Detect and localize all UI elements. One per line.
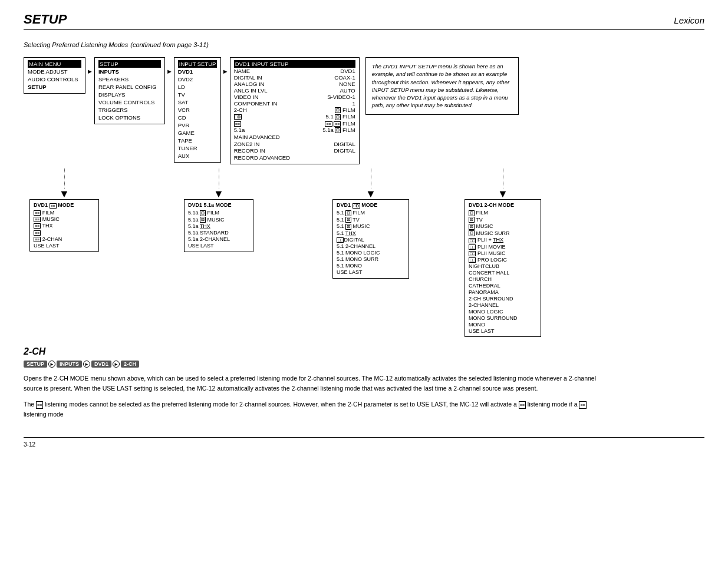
input-setup-dvd2: DVD2	[178, 75, 217, 83]
2ch-music: ⊡ MUSIC	[469, 223, 537, 230]
menu-diagram: MAIN MENU MODE ADJUST AUDIO CONTROLS SET…	[24, 57, 704, 337]
dvd1-row-main-adv: MAIN ADVANCED	[234, 133, 355, 141]
altess-music: ≡≡ MUSIC	[34, 216, 95, 223]
page-number: 3-12	[24, 441, 35, 448]
51a-uselast: USE LAST	[188, 243, 249, 249]
page-container: SETUP Lexicon Selecting Preferred Listen…	[24, 12, 704, 448]
dvd1-row-analog: ANALOG INNONE	[234, 81, 355, 87]
altess-mode-wrap: ▼ DVD1 ≡≡ MODE ≡≡ FILM ≡≡ MUSIC ≡≡ THX ≡…	[29, 168, 99, 337]
2ch-surround: 2-CH SURROUND	[469, 295, 537, 302]
2ch-concert: CONCERT HALL	[469, 269, 537, 276]
altess-uselast: USE LAST	[34, 242, 95, 249]
page-header: SETUP Lexicon	[24, 12, 704, 30]
input-setup-dvd1: DVD1	[178, 68, 217, 75]
setup-menu-rpc: REAR PANEL CONFIG	[98, 83, 161, 91]
dvd1-setup-title: DVD1 INPUT SETUP	[234, 60, 355, 68]
down-arrow-3: ▼	[365, 189, 376, 199]
page-footer: 3-12	[24, 437, 704, 448]
2ch-monosurr: MONO SURROUND	[469, 315, 537, 321]
altess-plain: ≡≡	[34, 229, 95, 236]
2ch-cathedral: CATHEDRAL	[469, 282, 537, 289]
2ch-church: CHURCH	[469, 276, 537, 282]
51a-2channel: 5.1a 2-CHANNEL	[188, 236, 249, 243]
input-setup-cd: CD	[178, 114, 217, 121]
input-setup-box: INPUT SETUP DVD1 DVD2 LD TV SAT VCR CD P…	[174, 57, 221, 163]
2ch-mono: MONO	[469, 321, 537, 328]
dts-2chan: 5.1 2-CHANNEL	[337, 243, 405, 250]
2ch-mode-wrap: ▼ DVD1 2-CH MODE ⊡ FILM ⊡ TV ⊡ MUSIC ⊡ M…	[465, 168, 541, 337]
dvd1-row-anlg: ANLG IN LVLAUTO	[234, 87, 355, 94]
dts-mode-box: DVD1 □D MODE 5.1 ⊡ FILM 5.1 ⊡ TV 5.1 ⊡ M…	[332, 199, 409, 278]
down-arrow-1: ▼	[59, 189, 70, 199]
dts-monosurr: 5.1 MONO SURR	[337, 256, 405, 263]
2ch-plii-thx: □□ PLII + THX	[469, 237, 537, 243]
altess-mode-box: DVD1 ≡≡ MODE ≡≡ FILM ≡≡ MUSIC ≡≡ THX ≡≡ …	[29, 199, 99, 252]
main-menu-item-mode: MODE ADJUST	[28, 68, 81, 75]
dvd1-row-component: COMPONENT IN1	[234, 100, 355, 107]
dvd1-row-record: RECORD INDIGITAL	[234, 147, 355, 154]
down-arrow-2: ▼	[213, 189, 224, 199]
altess-thx: ≡≡ THX	[34, 223, 95, 229]
arrow-3: ►	[221, 68, 230, 75]
2ch-pro-logic: □□ PRO LOGIC	[469, 256, 537, 263]
dts-mode-wrap: ▼ DVD1 □D MODE 5.1 ⊡ FILM 5.1 ⊡ TV 5.1 ⊡…	[332, 168, 409, 337]
nav-2ch: 2-CH	[121, 361, 139, 368]
51a-music: 5.1a ⊡ MUSIC	[188, 216, 249, 223]
vert-line-3	[371, 168, 371, 189]
2ch-plii-music: □□ PLII MUSIC	[469, 250, 537, 256]
input-setup-tape: TAPE	[178, 137, 217, 144]
setup-menu-col: SETUP INPUTS SPEAKERS REAR PANEL CONFIG …	[94, 57, 165, 124]
nav-setup: SETUP	[24, 361, 47, 368]
setup-menu-box: SETUP INPUTS SPEAKERS REAR PANEL CONFIG …	[94, 57, 165, 124]
input-setup-pvr: PVR	[178, 121, 217, 129]
51a-standard: 5.1a STANDARD	[188, 230, 249, 236]
nav-inputs: INPUTS	[57, 361, 82, 368]
dvd1-row-dts: □D5.1 ⊡ FILM	[234, 113, 355, 120]
2ch-mode-box: DVD1 2-CH MODE ⊡ FILM ⊡ TV ⊡ MUSIC ⊡ MUS…	[465, 199, 541, 337]
dts-uselast: USE LAST	[337, 269, 405, 276]
setup-menu-title: SETUP	[98, 60, 161, 68]
2ch-plii-movie: □□ PLII MOVIE	[469, 243, 537, 250]
body-para-1: Opens the 2-CH MODE menu shown above, wh…	[24, 373, 601, 394]
dvd1-row-name: NAMEDVD1	[234, 68, 355, 74]
2ch-uselast: USE LAST	[469, 328, 537, 334]
setup-menu-inputs: INPUTS	[98, 68, 161, 75]
51a-mode-box: DVD1 5.1a MODE 5.1a ⊡ FILM 5.1a ⊡ MUSIC …	[184, 199, 253, 252]
setup-menu-lock: LOCK OPTIONS	[98, 114, 161, 121]
main-menu-item-setup: SETUP	[28, 83, 81, 91]
main-menu-item-main: MAIN MENU	[28, 60, 81, 68]
2ch-tv: ⊡ TV	[469, 216, 537, 223]
twoch-section: 2-CH SETUP ► INPUTS ► DVD1 ► 2-CH Opens …	[24, 346, 704, 419]
dts-mono: 5.1 MONO	[337, 263, 405, 269]
dts-digital: □□DIGITAL	[337, 236, 405, 243]
note-box: The DVD1 INPUT SETUP menu is shown here …	[365, 57, 519, 115]
vert-line-2	[219, 168, 219, 189]
dvd1-row-2ch: 2-CH⊡ FILM	[234, 107, 355, 113]
arrow-2: ►	[165, 68, 174, 75]
altess-title: DVD1 ≡≡ MODE	[34, 202, 95, 208]
note-area: The DVD1 INPUT SETUP menu is shown here …	[365, 57, 519, 115]
2ch-title: DVD1 2-CH MODE	[469, 202, 537, 208]
nav-arrow-1: ►	[48, 361, 55, 368]
2ch-2channel: 2-CHANNEL	[469, 302, 537, 308]
2ch-panorama: PANORAMA	[469, 289, 537, 295]
2ch-nightclub: NIGHTCLUB	[469, 263, 537, 269]
dts-51thx: 5.1 THX	[337, 230, 405, 236]
input-setup-col: INPUT SETUP DVD1 DVD2 LD TV SAT VCR CD P…	[174, 57, 221, 163]
input-setup-sat: SAT	[178, 98, 217, 106]
altess-film: ≡≡ FILM	[34, 210, 95, 216]
setup-menu-triggers: TRIGGERS	[98, 106, 161, 114]
dvd1-row-digital: DIGITAL INCOAX-1	[234, 74, 355, 81]
51a-thx: 5.1a THX	[188, 223, 249, 230]
page-title: SETUP	[24, 12, 67, 27]
2ch-musicsurr: ⊡ MUSIC SURR	[469, 230, 537, 237]
2ch-film: ⊡ FILM	[469, 209, 537, 216]
dvd1-row-rec-adv: RECORD ADVANCED	[234, 154, 355, 161]
dts-monologic: 5.1 MONO LOGIC	[337, 250, 405, 256]
top-menu-row: MAIN MENU MODE ADJUST AUDIO CONTROLS SET…	[24, 57, 704, 164]
arrow-1: ►	[85, 68, 94, 75]
main-menu-box: MAIN MENU MODE ADJUST AUDIO CONTROLS SET…	[24, 57, 85, 94]
dvd1-input-setup-box: DVD1 INPUT SETUP NAMEDVD1 DIGITAL INCOAX…	[230, 57, 360, 164]
bottom-diagram-area: ▼ DVD1 ≡≡ MODE ≡≡ FILM ≡≡ MUSIC ≡≡ THX ≡…	[24, 168, 704, 337]
nav-arrow-3: ►	[113, 361, 120, 368]
